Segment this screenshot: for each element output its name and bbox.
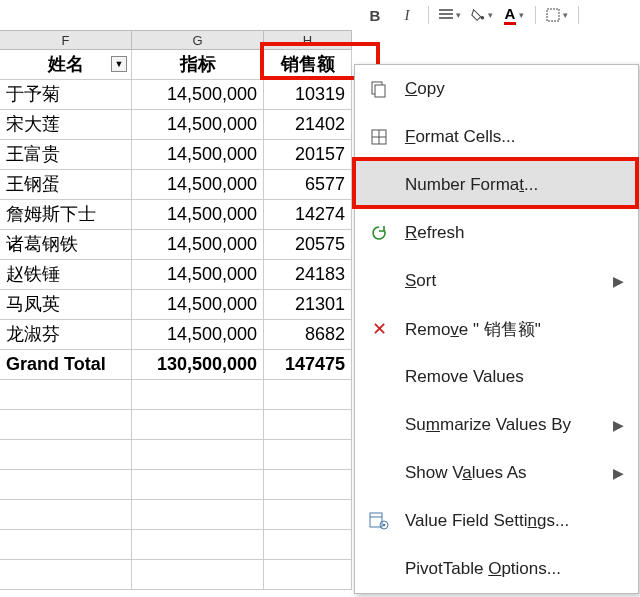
- formatting-toolbar: B I A: [356, 0, 579, 30]
- cell[interactable]: [0, 500, 132, 530]
- menu-number-format[interactable]: Number Format...: [355, 161, 638, 209]
- cell[interactable]: [132, 410, 264, 440]
- font-color-button[interactable]: A: [503, 4, 525, 26]
- cell[interactable]: [264, 440, 352, 470]
- cell-amount[interactable]: 24183: [264, 260, 352, 290]
- cell-target[interactable]: 14,500,000: [132, 290, 264, 320]
- cell[interactable]: [264, 470, 352, 500]
- header-sales[interactable]: 销售额: [264, 50, 352, 80]
- cell[interactable]: [132, 560, 264, 590]
- svg-point-0: [481, 16, 485, 20]
- cell-name[interactable]: 赵铁锤: [0, 260, 132, 290]
- table-row: 詹姆斯下士 14,500,000 14274: [0, 200, 352, 230]
- cell-name[interactable]: 王富贵: [0, 140, 132, 170]
- menu-show-values-as[interactable]: Show Values As ▶: [355, 449, 638, 497]
- cell-target[interactable]: 14,500,000: [132, 110, 264, 140]
- cell[interactable]: [264, 560, 352, 590]
- cell[interactable]: [0, 410, 132, 440]
- cell[interactable]: [0, 440, 132, 470]
- cell-amount[interactable]: 14274: [264, 200, 352, 230]
- menu-sort[interactable]: Sort ▶: [355, 257, 638, 305]
- table-row: 马凤英 14,500,000 21301: [0, 290, 352, 320]
- cell-target[interactable]: 14,500,000: [132, 260, 264, 290]
- menu-label: PivotTable Options...: [405, 559, 624, 579]
- bold-button[interactable]: B: [364, 4, 386, 26]
- cell-target[interactable]: 14,500,000: [132, 200, 264, 230]
- empty-row: [0, 410, 352, 440]
- col-header-h[interactable]: H: [264, 31, 352, 49]
- cell-amount[interactable]: 21402: [264, 110, 352, 140]
- grand-total-target[interactable]: 130,500,000: [132, 350, 264, 380]
- cell[interactable]: [264, 500, 352, 530]
- svg-point-10: [383, 524, 386, 527]
- header-row: 姓名 ▼ 指标 销售额: [0, 50, 352, 80]
- cell[interactable]: [264, 410, 352, 440]
- header-target[interactable]: 指标: [132, 50, 264, 80]
- col-header-f[interactable]: F: [0, 31, 132, 49]
- remove-icon: ✕: [365, 315, 393, 343]
- cell[interactable]: [0, 380, 132, 410]
- menu-copy[interactable]: Copy: [355, 65, 638, 113]
- menu-label: Sort: [405, 271, 613, 291]
- menu-remove-field[interactable]: ✕ Remove " 销售额": [355, 305, 638, 353]
- cell-name[interactable]: 王钢蛋: [0, 170, 132, 200]
- menu-remove-values[interactable]: Remove Values: [355, 353, 638, 401]
- cell-target[interactable]: 14,500,000: [132, 320, 264, 350]
- svg-rect-3: [375, 85, 385, 97]
- table-row: 宋大莲 14,500,000 21402: [0, 110, 352, 140]
- cell-target[interactable]: 14,500,000: [132, 170, 264, 200]
- cell[interactable]: [0, 560, 132, 590]
- menu-refresh[interactable]: Refresh: [355, 209, 638, 257]
- cell-name[interactable]: 宋大莲: [0, 110, 132, 140]
- cell-amount[interactable]: 6577: [264, 170, 352, 200]
- cell-amount[interactable]: 21301: [264, 290, 352, 320]
- cell[interactable]: [132, 380, 264, 410]
- menu-label: Value Field Settings...: [405, 511, 624, 531]
- menu-label: Format Cells...: [405, 127, 624, 147]
- cell-name[interactable]: 龙淑芬: [0, 320, 132, 350]
- cell[interactable]: [132, 500, 264, 530]
- cell-amount[interactable]: 20157: [264, 140, 352, 170]
- border-button[interactable]: [546, 4, 568, 26]
- cell-target[interactable]: 14,500,000: [132, 140, 264, 170]
- cell-name[interactable]: 于予菊: [0, 80, 132, 110]
- cell-amount[interactable]: 10319: [264, 80, 352, 110]
- cell-amount[interactable]: 20575: [264, 230, 352, 260]
- menu-pivottable-options[interactable]: PivotTable Options...: [355, 545, 638, 593]
- cell[interactable]: [264, 530, 352, 560]
- table-row: 诸葛钢铁 14,500,000 20575: [0, 230, 352, 260]
- italic-button[interactable]: I: [396, 4, 418, 26]
- cell[interactable]: [0, 530, 132, 560]
- cell[interactable]: [264, 380, 352, 410]
- refresh-icon: [365, 219, 393, 247]
- cell[interactable]: [132, 470, 264, 500]
- separator: [428, 6, 429, 24]
- cell[interactable]: [132, 440, 264, 470]
- empty-row: [0, 380, 352, 410]
- cell-name[interactable]: 詹姆斯下士: [0, 200, 132, 230]
- cell-target[interactable]: 14,500,000: [132, 80, 264, 110]
- menu-format-cells[interactable]: Format Cells...: [355, 113, 638, 161]
- menu-label: Refresh: [405, 223, 624, 243]
- filter-dropdown-icon[interactable]: ▼: [111, 56, 127, 72]
- align-button[interactable]: [439, 4, 461, 26]
- menu-label: Remove Values: [405, 367, 624, 387]
- cell-name[interactable]: 马凤英: [0, 290, 132, 320]
- menu-value-field-settings[interactable]: Value Field Settings...: [355, 497, 638, 545]
- header-name-label: 姓名: [48, 54, 84, 74]
- menu-summarize-values-by[interactable]: Summarize Values By ▶: [355, 401, 638, 449]
- grand-total-label[interactable]: Grand Total: [0, 350, 132, 380]
- cell-amount[interactable]: 8682: [264, 320, 352, 350]
- table-row: 王富贵 14,500,000 20157: [0, 140, 352, 170]
- cell[interactable]: [132, 530, 264, 560]
- grand-total-amount[interactable]: 147475: [264, 350, 352, 380]
- pivot-table: 姓名 ▼ 指标 销售额 于予菊 14,500,000 10319 宋大莲 14,…: [0, 50, 352, 590]
- context-menu: Copy Format Cells... Number Format... Re…: [354, 64, 639, 594]
- cell-target[interactable]: 14,500,000: [132, 230, 264, 260]
- fill-color-button[interactable]: [471, 4, 493, 26]
- submenu-arrow-icon: ▶: [613, 465, 624, 481]
- header-name[interactable]: 姓名 ▼: [0, 50, 132, 80]
- col-header-g[interactable]: G: [132, 31, 264, 49]
- cell-name[interactable]: 诸葛钢铁: [0, 230, 132, 260]
- cell[interactable]: [0, 470, 132, 500]
